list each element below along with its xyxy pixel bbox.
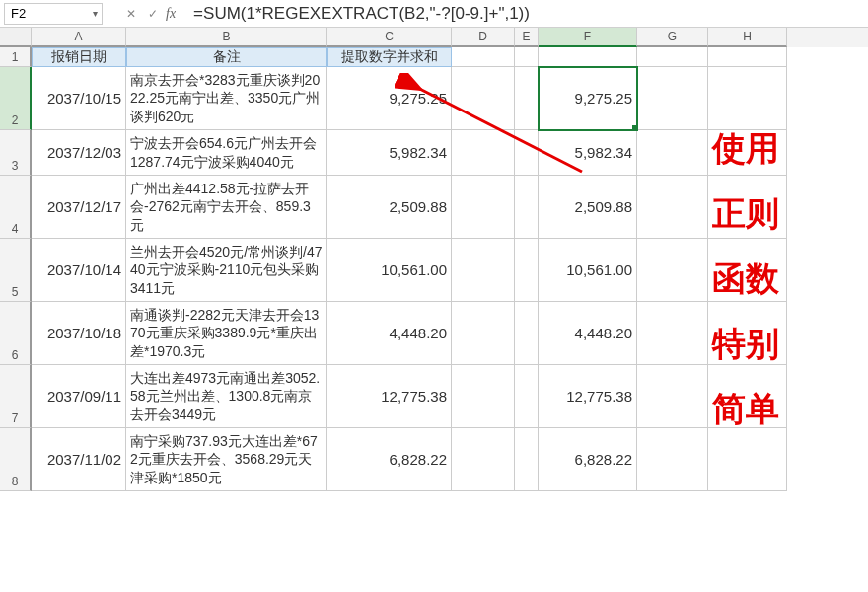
cell[interactable]	[637, 176, 708, 239]
cell-result[interactable]: 4,448.20	[539, 302, 637, 365]
name-box[interactable]: F2 ▾	[4, 3, 103, 25]
cell-date[interactable]: 2037/12/03	[32, 130, 126, 176]
cell[interactable]	[452, 302, 515, 365]
cell-note[interactable]: 南宁采购737.93元大连出差*672元重庆去开会、3568.29元天津采购*1…	[126, 428, 327, 491]
cell-sum[interactable]: 4,448.20	[327, 302, 452, 365]
cell-date[interactable]: 2037/12/17	[32, 176, 126, 239]
cell-sum[interactable]: 2,509.88	[327, 176, 452, 239]
side-text-line: 使用	[712, 126, 860, 172]
cell-date[interactable]: 2037/09/11	[32, 365, 126, 428]
side-text-line: 正则	[712, 191, 860, 237]
row-header[interactable]: 2	[0, 67, 32, 130]
cell[interactable]	[637, 365, 708, 428]
row-header-1[interactable]: 1	[0, 47, 32, 67]
col-header-c[interactable]: C	[327, 28, 452, 47]
cell-result[interactable]: 10,561.00	[539, 239, 637, 302]
formula-bar[interactable]: =SUM(1*REGEXEXTRACT(B2,"-?[0-9.]+",1))	[183, 4, 864, 24]
cell[interactable]	[515, 365, 539, 428]
cell[interactable]	[452, 47, 515, 67]
cell-date[interactable]: 2037/10/14	[32, 239, 126, 302]
cell-date[interactable]: 2037/11/02	[32, 428, 126, 491]
spreadsheet-grid: A B C D E F G H 1 报销日期 备注 提取数字并求和 22037/…	[0, 28, 868, 491]
row-header[interactable]: 4	[0, 176, 32, 239]
cell-sum[interactable]: 9,275.25	[327, 67, 452, 130]
select-all-corner[interactable]	[0, 28, 32, 47]
cell[interactable]	[515, 130, 539, 176]
header-cell-date[interactable]: 报销日期	[32, 47, 126, 67]
column-headers: A B C D E F G H	[0, 28, 868, 47]
cell[interactable]	[637, 302, 708, 365]
fx-icon[interactable]: fx	[166, 6, 176, 22]
cell[interactable]	[637, 130, 708, 176]
col-header-b[interactable]: B	[126, 28, 327, 47]
col-header-g[interactable]: G	[637, 28, 708, 47]
col-header-e[interactable]: E	[515, 28, 539, 47]
row-header[interactable]: 7	[0, 365, 32, 428]
cell-result[interactable]: 9,275.25	[539, 67, 637, 130]
cell-result[interactable]: 2,509.88	[539, 176, 637, 239]
cell-result[interactable]: 6,828.22	[539, 428, 637, 491]
cell[interactable]	[708, 47, 787, 67]
formula-controls: ✕ ✓ fx	[122, 5, 183, 23]
cell-date[interactable]: 2037/10/15	[32, 67, 126, 130]
cell-note[interactable]: 兰州去开会4520元/常州谈判/4740元宁波采购-2110元包头采购3411元	[126, 239, 327, 302]
cell[interactable]	[539, 47, 637, 67]
cell[interactable]	[452, 428, 515, 491]
side-annotation: 使用 正则 函数 特别 简单	[712, 126, 860, 432]
cell-sum[interactable]: 5,982.34	[327, 130, 452, 176]
cell[interactable]	[452, 239, 515, 302]
col-header-d[interactable]: D	[452, 28, 515, 47]
table-row: 82037/11/02南宁采购737.93元大连出差*672元重庆去开会、356…	[0, 428, 868, 491]
col-header-f[interactable]: F	[539, 28, 637, 47]
side-text-line: 简单	[712, 387, 860, 432]
table-row-header: 1 报销日期 备注 提取数字并求和	[0, 47, 868, 67]
cell[interactable]	[515, 67, 539, 130]
cell-result[interactable]: 12,775.38	[539, 365, 637, 428]
name-box-value: F2	[11, 6, 26, 21]
cell-sum[interactable]: 10,561.00	[327, 239, 452, 302]
cell[interactable]	[515, 239, 539, 302]
cell[interactable]	[515, 302, 539, 365]
cell[interactable]	[452, 130, 515, 176]
cell[interactable]	[708, 67, 787, 130]
cell[interactable]	[708, 428, 787, 491]
cell-sum[interactable]: 6,828.22	[327, 428, 452, 491]
row-header[interactable]: 5	[0, 239, 32, 302]
side-text-line: 特别	[712, 322, 860, 367]
cancel-icon[interactable]: ✕	[122, 5, 140, 23]
enter-icon[interactable]: ✓	[144, 5, 162, 23]
cell[interactable]	[452, 365, 515, 428]
cell[interactable]	[637, 47, 708, 67]
row-header[interactable]: 6	[0, 302, 32, 365]
cell-note[interactable]: 大连出差4973元南通出差3052.58元兰州出差、1300.8元南京去开会34…	[126, 365, 327, 428]
cell-note[interactable]: 宁波去开会654.6元广州去开会1287.74元宁波采购4040元	[126, 130, 327, 176]
cell-result[interactable]: 5,982.34	[539, 130, 637, 176]
side-text-line: 函数	[712, 257, 860, 302]
col-header-h[interactable]: H	[708, 28, 787, 47]
header-cell-sum[interactable]: 提取数字并求和	[327, 47, 452, 67]
cell[interactable]	[637, 67, 708, 130]
cell[interactable]	[452, 176, 515, 239]
cell-note[interactable]: 广州出差4412.58元-拉萨去开会-2762元南宁去开会、859.3元	[126, 176, 327, 239]
row-header[interactable]: 3	[0, 130, 32, 176]
col-header-a[interactable]: A	[32, 28, 126, 47]
chevron-down-icon[interactable]: ▾	[93, 8, 98, 19]
cell[interactable]	[637, 239, 708, 302]
cell[interactable]	[637, 428, 708, 491]
header-cell-note[interactable]: 备注	[126, 47, 327, 67]
cell[interactable]	[452, 67, 515, 130]
namebox-row: F2 ▾ ✕ ✓ fx =SUM(1*REGEXEXTRACT(B2,"-?[0…	[0, 0, 868, 28]
cell-note[interactable]: 南通谈判-2282元天津去开会1370元重庆采购3389.9元*重庆出差*197…	[126, 302, 327, 365]
cell[interactable]	[515, 428, 539, 491]
cell[interactable]	[515, 176, 539, 239]
cell-date[interactable]: 2037/10/18	[32, 302, 126, 365]
table-row: 22037/10/15南京去开会*3283元重庆谈判2022.25元南宁出差、3…	[0, 67, 868, 130]
cell[interactable]	[515, 47, 539, 67]
row-header[interactable]: 8	[0, 428, 32, 491]
cell-sum[interactable]: 12,775.38	[327, 365, 452, 428]
cell-note[interactable]: 南京去开会*3283元重庆谈判2022.25元南宁出差、3350元广州谈判620…	[126, 67, 327, 130]
